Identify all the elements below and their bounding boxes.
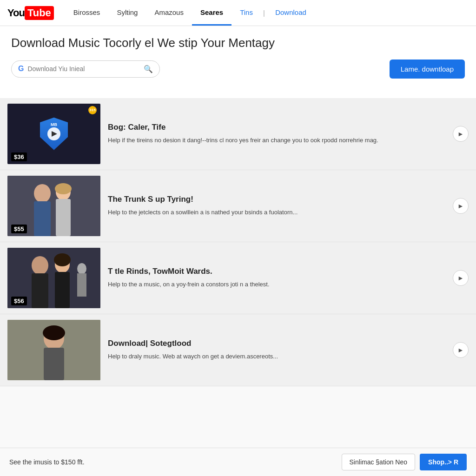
svg-rect-10 <box>55 272 70 308</box>
result-title-3: T tle Rinds, TowMoit Wards. <box>108 267 445 276</box>
table-row: $55 The Trunk S up Tyring! Help to the j… <box>0 170 476 242</box>
result-info-4: Download| Sotegtlood Help to draly music… <box>108 337 445 363</box>
svg-point-11 <box>54 253 71 266</box>
shield-graphic: MB <box>40 118 68 150</box>
main-content: Download Music Tocorly el We stip Your M… <box>0 26 476 98</box>
result-arrow-1[interactable]: ► <box>453 126 469 142</box>
result-arrow-3[interactable]: ► <box>453 270 469 286</box>
nav-item-amazous[interactable]: Amazous <box>146 0 192 26</box>
youtube-logo[interactable]: YouTube <box>7 6 54 20</box>
price-tag-1: $36 <box>11 152 27 161</box>
nav-item-tins[interactable]: Tins <box>231 0 261 26</box>
nav-item-sylting[interactable]: Sylting <box>108 0 146 26</box>
result-arrow-2[interactable]: ► <box>453 198 469 214</box>
svg-point-17 <box>43 325 65 340</box>
play-button-icon[interactable] <box>47 127 60 140</box>
nav-item-download[interactable]: Download <box>267 0 315 26</box>
search-button[interactable]: 🔍 <box>144 65 153 73</box>
result-info-3: T tle Rinds, TowMoit Wards. Help to the … <box>108 265 445 291</box>
svg-point-7 <box>32 256 48 275</box>
header: YouTube Birosses Sylting Amazous Seares … <box>0 0 476 26</box>
logo-tube-text: Tube <box>25 6 54 20</box>
result-desc-3: Help to the a music, on a yoy·frein a co… <box>108 280 445 289</box>
table-row: $56 T tle Rinds, TowMoit Wards. Help to … <box>0 242 476 314</box>
table-row: MB 315 $36 Bog: Caler, Tife Help if the … <box>0 98 476 170</box>
result-thumbnail-2: $55 <box>7 176 100 236</box>
search-row: G 🔍 Lame. downtloap <box>11 60 465 79</box>
svg-rect-8 <box>32 273 48 308</box>
result-arrow-4[interactable]: ► <box>453 342 469 358</box>
svg-rect-16 <box>44 348 64 380</box>
table-row: Download| Sotegtlood Help to draly music… <box>0 314 476 386</box>
svg-rect-4 <box>56 199 71 236</box>
svg-rect-2 <box>34 201 51 236</box>
search-box[interactable]: G 🔍 <box>11 60 160 78</box>
nav-separator: | <box>261 0 267 26</box>
logo-you-text: You <box>7 7 25 19</box>
price-tag-2: $55 <box>11 225 27 233</box>
shield-mb-text: MB <box>51 122 57 127</box>
price-tag-3: $56 <box>11 297 27 305</box>
page-title: Download Music Tocorly el We stip Your M… <box>11 35 465 51</box>
svg-rect-13 <box>77 273 86 297</box>
result-desc-1: Help if the tireins no desion it dang!--… <box>108 136 445 145</box>
svg-point-1 <box>34 184 51 203</box>
result-info-2: The Trunk S up Tyring! Help to the jetcl… <box>108 193 445 219</box>
result-info-1: Bog: Caler, Tife Help if the tireins no … <box>108 121 445 147</box>
shield-badge: 315 <box>88 106 97 114</box>
search-input[interactable] <box>27 65 144 73</box>
result-thumbnail-4 <box>7 320 100 380</box>
svg-point-12 <box>77 263 86 274</box>
svg-point-5 <box>55 183 72 194</box>
google-logo: G <box>18 65 24 73</box>
nav-item-seares[interactable]: Seares <box>192 0 231 26</box>
lame-download-button[interactable]: Lame. downtloap <box>390 60 465 79</box>
nav-item-birosses[interactable]: Birosses <box>65 0 109 26</box>
result-desc-2: Help to the jetclects on a sowlllein a i… <box>108 208 445 217</box>
result-desc-4: Help to draly music. Web at waych on get… <box>108 352 445 361</box>
result-thumbnail-1: MB 315 $36 <box>7 104 100 164</box>
result-title-1: Bog: Caler, Tife <box>108 123 445 132</box>
result-title-4: Download| Sotegtlood <box>108 339 445 348</box>
result-thumbnail-3: $56 <box>7 248 100 308</box>
main-nav: Birosses Sylting Amazous Seares Tins | D… <box>65 0 315 26</box>
results-list: MB 315 $36 Bog: Caler, Tife Help if the … <box>0 98 476 386</box>
result-title-2: The Trunk S up Tyring! <box>108 195 445 204</box>
